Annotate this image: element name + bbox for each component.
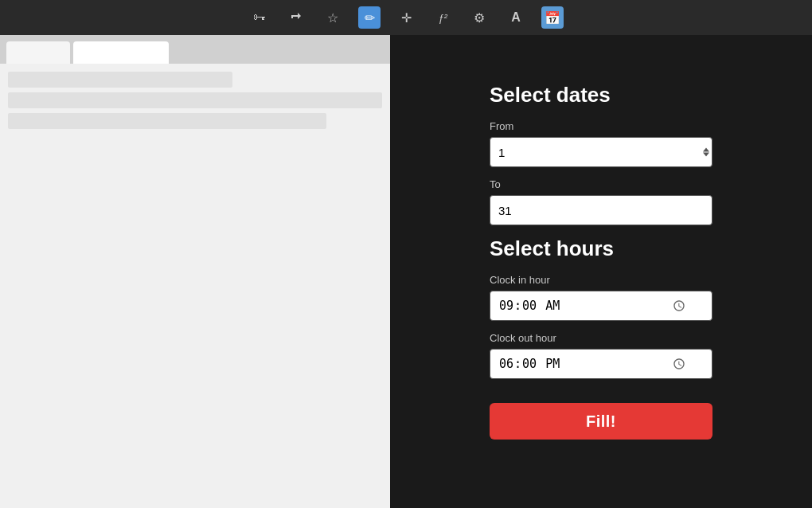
move-icon[interactable]: ✛ xyxy=(395,6,417,29)
clock-out-field-group: Clock out hour xyxy=(490,332,712,379)
script-icon[interactable]: ƒ² xyxy=(431,6,454,29)
browser-tab-inactive[interactable] xyxy=(6,41,70,64)
date-time-popup: Select dates From To xyxy=(490,83,712,440)
browser-panel xyxy=(0,35,390,508)
select-hours-title: Select hours xyxy=(490,236,712,261)
main-area: Select dates From To xyxy=(0,35,812,508)
pencil-icon[interactable]: ✏ xyxy=(358,6,381,29)
from-label: From xyxy=(490,120,712,132)
clock-in-input-wrapper xyxy=(490,291,712,321)
browser-tabs xyxy=(0,35,390,64)
to-field-group: To xyxy=(490,178,712,225)
clock-out-input-wrapper xyxy=(490,349,712,379)
settings-icon[interactable]: ⚙ xyxy=(468,6,490,29)
from-field-group: From xyxy=(490,120,712,167)
font-icon[interactable]: A xyxy=(505,6,527,29)
to-label: To xyxy=(490,178,712,190)
clock-in-label: Clock in hour xyxy=(490,274,712,286)
clock-out-input[interactable] xyxy=(490,349,712,379)
to-input[interactable] xyxy=(490,195,712,225)
right-panel: Select dates From To xyxy=(390,35,812,508)
to-input-wrapper xyxy=(490,195,712,225)
clock-in-input[interactable] xyxy=(490,291,712,321)
from-input[interactable] xyxy=(490,137,712,167)
clock-out-label: Clock out hour xyxy=(490,332,712,344)
key-icon[interactable]: 🗝 xyxy=(248,6,271,29)
select-dates-title: Select dates xyxy=(490,83,712,107)
calendar-icon[interactable]: 📅 xyxy=(541,6,564,29)
hours-section: Select hours Clock in hour Clock out hou… xyxy=(490,236,712,379)
browser-tab-active[interactable] xyxy=(73,41,169,64)
from-input-wrapper xyxy=(490,137,712,167)
clock-in-field-group: Clock in hour xyxy=(490,274,712,321)
browser-content xyxy=(0,64,390,508)
star-icon[interactable]: ☆ xyxy=(322,6,344,29)
toolbar: 🗝 ☆ ✏ ✛ ƒ² ⚙ A 📅 xyxy=(0,0,812,35)
share-icon[interactable] xyxy=(285,6,307,29)
fill-button[interactable]: Fill! xyxy=(490,403,712,440)
